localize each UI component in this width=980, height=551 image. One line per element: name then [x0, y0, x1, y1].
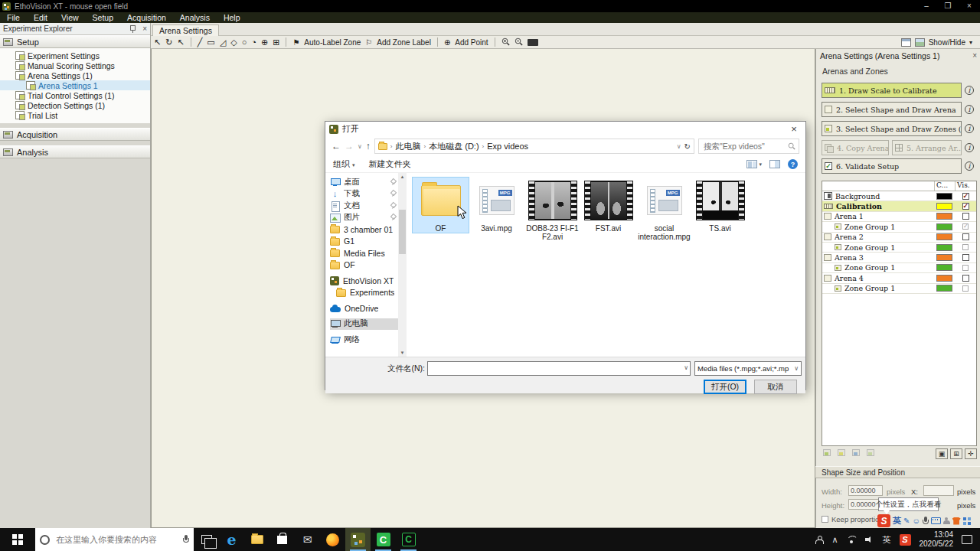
- sidebar-scrollbar[interactable]: ▲ ▼: [398, 173, 407, 357]
- table-row-zone-group[interactable]: Zone Group 1: [822, 263, 976, 273]
- ethovision-taskbar-button[interactable]: [345, 528, 371, 551]
- scroll-down-icon[interactable]: ▼: [400, 349, 405, 357]
- tree-item-trial-control[interactable]: Trial Control Settings (1): [0, 90, 150, 100]
- close-button[interactable]: ×: [959, 0, 980, 12]
- mic-icon[interactable]: [183, 535, 189, 544]
- dialog-close-icon[interactable]: ×: [782, 122, 805, 136]
- visibility-checkbox[interactable]: [962, 223, 969, 230]
- visibility-checkbox[interactable]: [962, 244, 969, 250]
- taskbar-search-input[interactable]: [54, 534, 178, 545]
- table-row-zone-group[interactable]: Zone Group 1: [822, 243, 976, 253]
- file-type-filter[interactable]: Media files (*.mpg;*.avi;*.mp∨: [694, 361, 802, 376]
- color-swatch[interactable]: [936, 264, 952, 271]
- account-icon[interactable]: [943, 517, 950, 524]
- camtasia-recorder-button[interactable]: C: [396, 528, 421, 551]
- minimize-button[interactable]: –: [916, 0, 937, 12]
- toolbox-icon[interactable]: [963, 517, 971, 525]
- history-dropdown-icon[interactable]: ∨: [358, 143, 362, 150]
- start-button[interactable]: [0, 528, 35, 551]
- info-icon[interactable]: i: [965, 105, 974, 114]
- close-panel-icon[interactable]: ×: [142, 24, 147, 33]
- scroll-thumb[interactable]: [399, 210, 406, 254]
- section-acquisition[interactable]: Acquisition: [0, 128, 150, 141]
- step-draw-arena[interactable]: 2. Select Shape and Draw Arena: [822, 102, 962, 117]
- delete-zone-button[interactable]: [865, 448, 877, 459]
- sidebar-ethovision[interactable]: EthoVision XT: [330, 275, 398, 287]
- color-swatch[interactable]: [936, 223, 952, 230]
- sidebar-g1[interactable]: G1: [330, 236, 398, 248]
- cancel-button[interactable]: 取消: [754, 380, 797, 394]
- color-swatch[interactable]: [936, 275, 952, 282]
- menu-analysis[interactable]: Analysis: [173, 12, 217, 23]
- emoji-icon[interactable]: ☺: [912, 517, 920, 525]
- file-tile-dob8[interactable]: DOB8-23 FI-F1 F2.avi: [524, 178, 580, 241]
- sidebar-network[interactable]: 网络: [330, 334, 398, 346]
- close-arena-panel-icon[interactable]: ×: [972, 51, 977, 60]
- clock[interactable]: 13:04 2020/5/22: [920, 530, 954, 549]
- sogou-tray-icon[interactable]: S: [900, 534, 911, 546]
- grid-tool-icon[interactable]: ⊞: [273, 37, 279, 48]
- sidebar-experiments[interactable]: Experiments: [330, 287, 398, 299]
- color-swatch[interactable]: [936, 254, 952, 261]
- pointer-tool-icon[interactable]: ↖: [154, 37, 161, 48]
- sidebar-this-pc[interactable]: 此电脑: [330, 318, 398, 331]
- tree-item-arena-settings-1[interactable]: Arena Settings 1: [0, 80, 150, 90]
- snapshot-icon[interactable]: [528, 39, 538, 46]
- menu-acquisition[interactable]: Acquisition: [120, 12, 173, 23]
- tree-item-detection-settings[interactable]: Detection Settings (1): [0, 100, 150, 110]
- visibility-checkbox[interactable]: [962, 254, 969, 261]
- notification-center-icon[interactable]: [962, 535, 972, 544]
- step-draw-scale[interactable]: 1. Draw Scale to Calibrate: [822, 83, 962, 98]
- zoom-out-icon[interactable]: [514, 37, 523, 47]
- visibility-checkbox[interactable]: [962, 265, 969, 271]
- polygon-tool-icon[interactable]: ◇: [230, 37, 237, 48]
- color-swatch[interactable]: [936, 203, 952, 210]
- volume-icon[interactable]: [865, 536, 874, 543]
- sidebar-media-files[interactable]: Media Files: [330, 247, 398, 259]
- tree-item-trial-list[interactable]: Trial List: [0, 110, 150, 120]
- sidebar-documents[interactable]: 文档: [330, 200, 398, 212]
- table-row-zone-group[interactable]: Zone Group 1: [822, 284, 976, 294]
- tree-item-arena-settings-group[interactable]: Arena Settings (1): [0, 70, 150, 80]
- preview-pane-icon[interactable]: [769, 160, 780, 168]
- crumb-drive-d[interactable]: 本地磁盘 (D:): [429, 141, 479, 152]
- visibility-checkbox[interactable]: [962, 193, 969, 200]
- menu-help[interactable]: Help: [217, 12, 247, 23]
- info-icon[interactable]: i: [965, 143, 974, 152]
- table-row-background[interactable]: Background: [822, 191, 976, 201]
- merge-zones-button[interactable]: [822, 448, 834, 459]
- organize-button[interactable]: 组织 ▾: [333, 158, 355, 170]
- info-icon[interactable]: i: [965, 86, 974, 95]
- refresh-icon[interactable]: ↻: [684, 142, 691, 151]
- camtasia-button[interactable]: C: [371, 528, 396, 551]
- polyline-tool-icon[interactable]: ◿: [220, 37, 226, 48]
- wifi-icon[interactable]: [847, 536, 857, 543]
- sidebar-downloads[interactable]: ↓下载: [330, 188, 398, 201]
- rectangle-tool-icon[interactable]: ▭: [207, 37, 214, 48]
- scroll-up-icon[interactable]: ▲: [400, 173, 405, 181]
- node-edit-tool-icon[interactable]: ↖: [177, 37, 184, 48]
- fit-view-button[interactable]: ▣: [936, 448, 948, 459]
- background-image-icon[interactable]: [915, 38, 925, 47]
- menu-file[interactable]: File: [0, 12, 27, 23]
- tree-item-manual-scoring[interactable]: Manual Scoring Settings: [0, 60, 150, 70]
- dialog-search-box[interactable]: [698, 139, 799, 154]
- voice-icon[interactable]: [923, 517, 929, 526]
- pin-icon[interactable]: [129, 25, 136, 33]
- firefox-button[interactable]: [320, 528, 345, 551]
- taskbar-search[interactable]: [35, 528, 194, 551]
- tray-expand-icon[interactable]: ∧: [831, 535, 838, 545]
- sidebar-3-chamber-01[interactable]: 3 chamber 01: [330, 223, 398, 236]
- task-view-button[interactable]: [194, 528, 219, 551]
- crumb-this-pc[interactable]: 此电脑: [396, 141, 421, 152]
- menu-setup[interactable]: Setup: [86, 12, 120, 23]
- up-icon[interactable]: ↑: [366, 141, 371, 152]
- show-hide-button[interactable]: Show/Hide: [929, 38, 965, 47]
- visibility-checkbox[interactable]: [962, 275, 969, 282]
- back-icon[interactable]: ←: [332, 141, 341, 152]
- visibility-checkbox[interactable]: [962, 213, 969, 220]
- section-analysis[interactable]: Analysis: [0, 145, 150, 158]
- menu-view[interactable]: View: [54, 12, 86, 23]
- float-window-icon[interactable]: [901, 38, 911, 47]
- sidebar-pictures[interactable]: 图片: [330, 212, 398, 224]
